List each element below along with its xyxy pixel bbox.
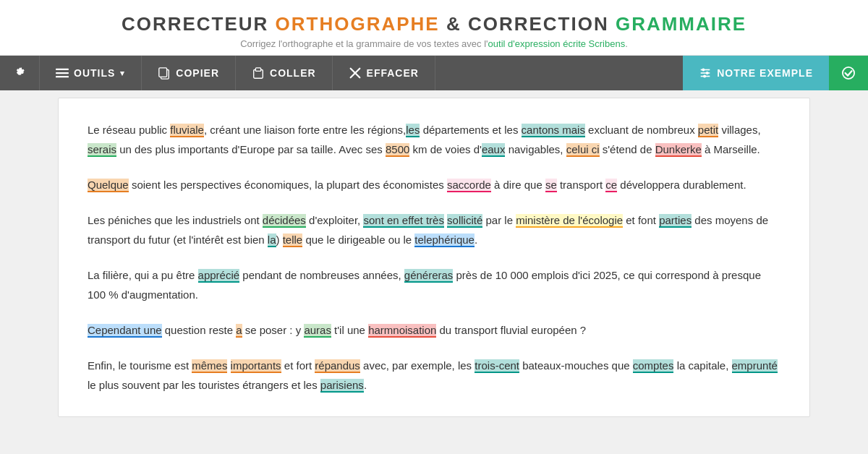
highlight-apprecie: apprécié [198,269,240,283]
highlight-decidees: décidées [263,214,306,228]
highlight-parisiens: parisiens [320,379,364,393]
toolbar: OUTILS ▾ COPIER COLLER EFFACER NOTRE EXE… [0,56,868,90]
highlight-se: se [545,179,557,192]
highlight-comptes: comptes [633,359,674,373]
highlight-auras: auras [304,324,331,338]
outils-button[interactable]: OUTILS ▾ [40,56,142,90]
highlight-repandus: répandus [315,359,360,373]
menu-icon [56,67,69,80]
paragraph-5: Cependant une question reste a se poser … [88,320,780,340]
highlight-memes: mêmes [192,359,227,373]
coller-button[interactable]: COLLER [236,56,333,90]
sliders-icon [699,67,712,80]
svg-point-15 [843,67,854,79]
paste-icon [252,67,265,80]
svg-point-12 [706,72,709,74]
svg-rect-4 [159,68,167,77]
copy-icon [158,67,171,80]
highlight-cependant-une: Cependant une [88,324,162,338]
main-container: Le réseau public fluviale, créant une li… [0,90,868,452]
copier-label: COPIER [176,67,219,79]
highlight-telephérique: telephérique [414,234,475,247]
copier-button[interactable]: COPIER [142,56,236,90]
title-orange: ORTHOGRAPHE [276,13,440,35]
highlight-emprunte: emprunté [732,359,778,373]
check-button[interactable] [829,56,868,90]
title-before: CORRECTEUR [122,13,276,35]
highlight-fluviale: fluviale [170,124,204,137]
paragraph-3: Les péniches que les industriels ont déc… [88,210,780,249]
title-green: GRAMMAIRE [616,13,746,35]
close-icon [349,67,362,80]
checkmark-icon [842,67,855,80]
highlight-les: les [406,124,420,137]
highlight-ce: ce [605,179,617,192]
outils-label: OUTILS [74,67,115,79]
effacer-button[interactable]: EFFACER [333,56,435,90]
notre-exemple-label: NOTRE EXEMPLE [717,67,813,79]
title-mid: & CORRECTION [440,13,616,35]
svg-rect-6 [255,68,260,72]
svg-point-14 [703,75,706,78]
highlight-serais: serais [88,143,116,157]
highlight-genereras: généreras [404,269,454,283]
highlight-telle: telle [283,234,303,247]
highlight-la: la [268,234,276,247]
highlight-eaux: eaux [482,143,506,157]
settings-button[interactable] [0,56,40,90]
site-title: CORRECTEUR ORTHOGRAPHE & CORRECTION GRAM… [0,13,868,35]
paragraph-1: Le réseau public fluviale, créant une li… [88,120,780,159]
site-header: CORRECTEUR ORTHOGRAPHE & CORRECTION GRAM… [0,0,868,56]
scribens-link[interactable]: outil d'expression écrite Scribens [488,38,626,49]
paragraph-6: Enfin, le tourisme est mêmes importants … [88,356,780,395]
highlight-sont-en-effet-tres: sont en effet très [363,214,443,228]
highlight-saccorde: saccorde [447,179,491,192]
paragraph-4: La filière, qui a pu être apprécié penda… [88,265,780,304]
highlight-quelque: Quelque [88,179,129,192]
paragraph-2: Quelque soient les perspectives économiq… [88,175,780,194]
highlight-trois-cent: trois-cent [475,359,519,373]
highlight-petit: petit [698,124,718,137]
highlight-a: a [236,324,242,338]
svg-rect-0 [56,69,69,70]
chevron-down-icon: ▾ [120,69,125,78]
notre-exemple-button[interactable]: NOTRE EXEMPLE [683,56,829,90]
svg-point-10 [702,69,705,72]
highlight-sollicite: sollicité [447,214,482,228]
highlight-parties: parties [659,214,692,228]
highlight-harmnoisation: harmnoisation [368,324,436,338]
svg-rect-2 [56,76,69,77]
highlight-dunkerke: Dunkerke [655,143,702,157]
highlight-8500: 8500 [386,143,409,157]
highlight-cantons-mais: cantons mais [522,124,585,137]
site-subtitle: Corrigez l'orthographe et la grammaire d… [0,38,868,49]
highlight-celui-ci: celui ci [566,143,600,157]
svg-rect-1 [56,72,69,74]
highlight-importants: importants [231,359,281,373]
coller-label: COLLER [270,67,316,79]
effacer-label: EFFACER [367,67,419,79]
highlight-ministere: ministère de l'écologie [516,214,623,228]
text-area[interactable]: Le réseau public fluviale, créant une li… [58,98,810,417]
settings-icon [13,67,26,80]
